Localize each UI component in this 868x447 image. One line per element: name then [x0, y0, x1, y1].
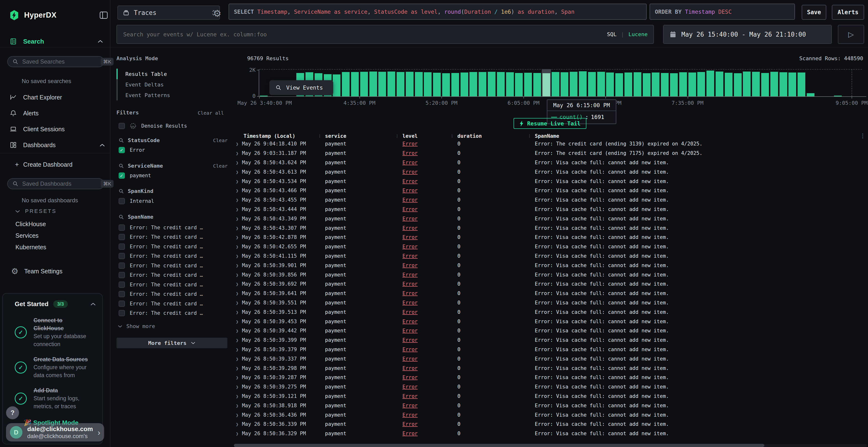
row-expand-chevron-icon[interactable]: ❯ — [236, 328, 239, 333]
table-row[interactable]: ❯May 26 8:50:41.115 PMpaymentError0Error… — [234, 251, 866, 261]
histogram-bar[interactable] — [533, 73, 541, 96]
filter-option-spanname[interactable]: Error: The credit card … — [119, 223, 227, 232]
table-row[interactable]: ❯May 26 8:50:39.856 PMpaymentError0Error… — [234, 270, 866, 279]
row-expand-chevron-icon[interactable]: ❯ — [236, 216, 239, 221]
order-by-editor[interactable]: ORDER BY Timestamp DESC — [650, 4, 795, 20]
table-row[interactable]: ❯May 26 9:03:31.187 PMpaymentError0Error… — [234, 148, 866, 158]
table-row[interactable]: ❯May 26 8:50:39.121 PMpaymentError0Error… — [234, 391, 866, 401]
get-started-item[interactable]: ✓Connect to ClickHouseSet up your databa… — [15, 316, 96, 348]
event-search-bar[interactable]: SQL | Lucene — [117, 25, 654, 44]
table-row[interactable]: ❯May 26 8:50:39.692 PMpaymentError0Error… — [234, 279, 866, 289]
spanname-checkbox[interactable] — [119, 281, 125, 288]
row-expand-chevron-icon[interactable]: ❯ — [236, 272, 239, 277]
saved-searches-search[interactable]: ⌘K — [7, 56, 104, 67]
histogram-bar[interactable] — [652, 72, 659, 96]
chevron-up-icon[interactable] — [90, 303, 96, 306]
histogram-bar[interactable] — [442, 73, 450, 96]
table-row[interactable]: ❯May 26 8:50:43.307 PMpaymentError0Error… — [234, 223, 866, 233]
create-dashboard-button[interactable]: + Create Dashboard — [15, 160, 72, 170]
filter-option-spanname[interactable]: Error: The credit card … — [119, 232, 227, 242]
resume-live-tail-button[interactable]: Resume Live Tail — [514, 118, 586, 129]
histogram-bar[interactable] — [734, 73, 742, 96]
row-expand-chevron-icon[interactable]: ❯ — [236, 403, 239, 408]
histogram-bar[interactable] — [615, 73, 623, 96]
row-expand-chevron-icon[interactable]: ❯ — [236, 244, 239, 249]
spanname-checkbox[interactable] — [119, 301, 125, 307]
histogram-bar[interactable] — [779, 72, 787, 96]
histogram-bar[interactable] — [688, 72, 696, 96]
histogram-bar[interactable] — [633, 72, 641, 96]
histogram-bar[interactable] — [433, 73, 441, 96]
histogram-bar[interactable] — [761, 73, 769, 96]
histogram-bar[interactable] — [624, 72, 632, 96]
histogram-bar[interactable] — [707, 71, 714, 96]
sidebar-item-dashboards[interactable]: Dashboards — [10, 137, 106, 153]
sidebar-item-chart-explorer[interactable]: Chart Explorer — [10, 89, 106, 105]
row-expand-chevron-icon[interactable]: ❯ — [236, 235, 239, 240]
row-expand-chevron-icon[interactable]: ❯ — [236, 393, 239, 399]
user-profile-bar[interactable]: D dale@clickhouse.com dale@clickhouse.co… — [6, 423, 104, 442]
internal-checkbox[interactable] — [119, 198, 125, 204]
analysis-mode-event-deltas[interactable]: Event Deltas — [117, 79, 227, 90]
table-row[interactable]: ❯May 26 8:50:43.455 PMpaymentError0Error… — [234, 195, 866, 205]
filter-group-spanname[interactable]: SpanName — [128, 214, 153, 220]
table-row[interactable]: ❯May 26 8:50:43.349 PMpaymentError0Error… — [234, 214, 866, 223]
table-row[interactable]: ❯May 26 8:50:36.329 PMpaymentError0Error… — [234, 429, 866, 438]
row-expand-chevron-icon[interactable]: ❯ — [236, 300, 239, 305]
filter-option-internal[interactable]: Internal — [119, 198, 154, 204]
histogram-bar[interactable] — [415, 72, 423, 96]
histogram-bar[interactable] — [697, 72, 705, 96]
filter-option-spanname[interactable]: Error: The credit card … — [119, 261, 227, 271]
table-row[interactable]: ❯May 26 8:50:39.399 PMpaymentError0Error… — [234, 336, 866, 345]
presets-toggle[interactable]: PRESETS — [15, 208, 57, 214]
histogram-bar[interactable] — [497, 72, 505, 96]
filter-option-spanname[interactable]: Error: The credit card … — [119, 271, 227, 280]
event-search-input[interactable] — [123, 31, 603, 38]
column-header-spanname[interactable]: SpanName — [529, 133, 861, 139]
get-started-item[interactable]: ✓Add DataStart sending logs, metrics, or… — [15, 386, 96, 410]
table-row[interactable]: ❯May 26 8:50:43.444 PMpaymentError0Error… — [234, 205, 866, 214]
sidebar-item-team-settings[interactable]: ⚙ Team Settings — [11, 265, 62, 277]
row-expand-chevron-icon[interactable]: ❯ — [236, 375, 239, 380]
row-expand-chevron-icon[interactable]: ❯ — [236, 337, 239, 343]
histogram-bar[interactable] — [397, 72, 404, 96]
get-started-item[interactable]: ✓Create Data SourcesConfigure where your… — [15, 355, 96, 379]
filter-group-servicename[interactable]: ServiceName — [128, 163, 163, 169]
filter-option-spanname[interactable]: Error: The credit card … — [119, 299, 227, 309]
histogram-bar[interactable] — [661, 73, 669, 96]
payment-checkbox[interactable] — [119, 172, 125, 179]
histogram-bar[interactable] — [743, 72, 751, 96]
column-header-timestamp[interactable]: Timestamp (Local) — [234, 133, 319, 139]
histogram-bar[interactable] — [388, 72, 395, 96]
row-expand-chevron-icon[interactable]: ❯ — [236, 347, 239, 352]
horizontal-scrollbar[interactable] — [234, 444, 867, 447]
sidebar-item-alerts[interactable]: Alerts — [10, 105, 106, 121]
source-selector[interactable]: Traces — [117, 5, 220, 20]
row-expand-chevron-icon[interactable]: ❯ — [236, 188, 239, 193]
row-expand-chevron-icon[interactable]: ❯ — [236, 431, 239, 436]
filter-option-spanname[interactable]: Error: The credit card … — [119, 280, 227, 289]
table-row[interactable]: ❯May 26 8:50:42.655 PMpaymentError0Error… — [234, 242, 866, 251]
date-range-picker[interactable]: May 26 15:40:00 - May 26 21:10:00 — [663, 25, 832, 44]
histogram-bar[interactable] — [561, 72, 568, 96]
filter-option-spanname[interactable]: Error: The credit card … — [119, 289, 227, 299]
histogram-bar[interactable] — [424, 72, 432, 96]
row-expand-chevron-icon[interactable]: ❯ — [236, 412, 239, 418]
histogram-bar[interactable] — [716, 72, 723, 96]
spanname-checkbox[interactable] — [119, 225, 125, 231]
filter-option-payment[interactable]: payment — [119, 172, 151, 179]
source-settings-gear-icon[interactable]: ⚙ — [213, 8, 221, 19]
sql-query-editor[interactable]: SELECT Timestamp, ServiceName as service… — [228, 4, 647, 20]
histogram-bar[interactable] — [524, 73, 532, 96]
row-expand-chevron-icon[interactable]: ❯ — [236, 366, 239, 371]
more-filters-button[interactable]: More filters — [117, 338, 227, 348]
row-expand-chevron-icon[interactable]: ❯ — [236, 384, 239, 389]
analysis-mode-event-patterns[interactable]: Event Patterns — [117, 90, 227, 100]
results-histogram[interactable] — [259, 69, 864, 96]
table-row[interactable]: ❯May 26 8:50:39.442 PMpaymentError0Error… — [234, 326, 866, 336]
saved-dashboards-search[interactable]: ⌘K — [7, 178, 104, 189]
spanname-checkbox[interactable] — [119, 263, 125, 269]
row-expand-chevron-icon[interactable]: ❯ — [236, 309, 239, 315]
table-row[interactable]: ❯May 26 8:50:39.337 PMpaymentError0Error… — [234, 354, 866, 364]
error-checkbox[interactable] — [119, 147, 125, 153]
